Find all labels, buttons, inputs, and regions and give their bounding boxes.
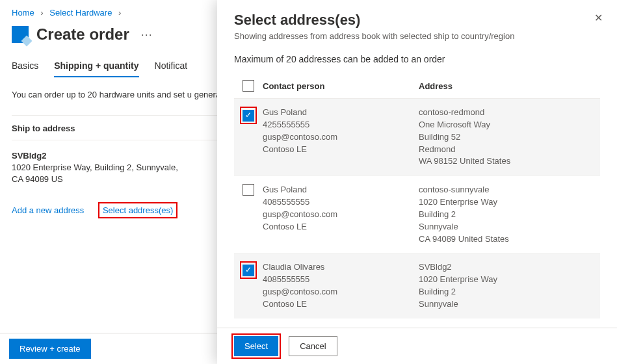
order-icon [12, 26, 29, 43]
select-button[interactable]: Select [234, 336, 278, 356]
breadcrumb-select-hardware[interactable]: Select Hardware [49, 8, 112, 18]
table-row[interactable]: ✓Claudia Olivares4085555555gusp@contoso.… [234, 253, 600, 318]
add-new-address-link[interactable]: Add a new address [12, 205, 84, 215]
chevron-right-icon: › [118, 8, 121, 18]
select-all-checkbox[interactable] [243, 80, 254, 92]
row-checkbox[interactable]: ✓ [243, 110, 254, 122]
table-row[interactable]: ✓Gus Poland4255555555gusp@contoso.comCon… [234, 99, 600, 176]
tab-notifications[interactable]: Notificat [155, 55, 188, 77]
table-row[interactable]: Gus Poland4085555555gusp@contoso.comCont… [234, 176, 600, 253]
tab-shipping-quantity[interactable]: Shipping + quantity [54, 55, 138, 77]
panel-max-note: Maximum of 20 addresses can be added to … [217, 44, 617, 70]
panel-title: Select address(es) [234, 12, 600, 29]
tab-basics[interactable]: Basics [12, 55, 38, 77]
panel-subtitle: Showing addresses from address book with… [234, 31, 600, 41]
page-title: Create order [36, 25, 129, 44]
cancel-button[interactable]: Cancel [289, 336, 337, 356]
more-icon[interactable]: ··· [141, 28, 153, 42]
address-cell: contoso-redmondOne Microsoft WayBuilding… [419, 107, 600, 168]
review-create-button[interactable]: Review + create [9, 339, 91, 359]
contact-cell: Claudia Olivares4085555555gusp@contoso.c… [263, 261, 419, 310]
breadcrumb-home[interactable]: Home [12, 8, 34, 18]
address-cell: contoso-sunnyvale1020 Enterprise WayBuil… [419, 184, 600, 245]
row-checkbox[interactable] [243, 184, 254, 196]
address-cell: SVBldg21020 Enterprise WayBuilding 2Sunn… [419, 261, 600, 310]
close-icon[interactable]: ✕ [594, 12, 603, 24]
select-addresses-link[interactable]: Select address(es) [98, 202, 177, 218]
column-header-contact: Contact person [263, 81, 419, 91]
column-header-address: Address [419, 81, 600, 91]
contact-cell: Gus Poland4085555555gusp@contoso.comCont… [263, 184, 419, 245]
row-checkbox[interactable]: ✓ [243, 265, 254, 276]
chevron-right-icon: › [40, 8, 43, 18]
select-addresses-panel: Select address(es) Showing addresses fro… [217, 0, 617, 364]
contact-cell: Gus Poland4255555555gusp@contoso.comCont… [263, 107, 419, 168]
